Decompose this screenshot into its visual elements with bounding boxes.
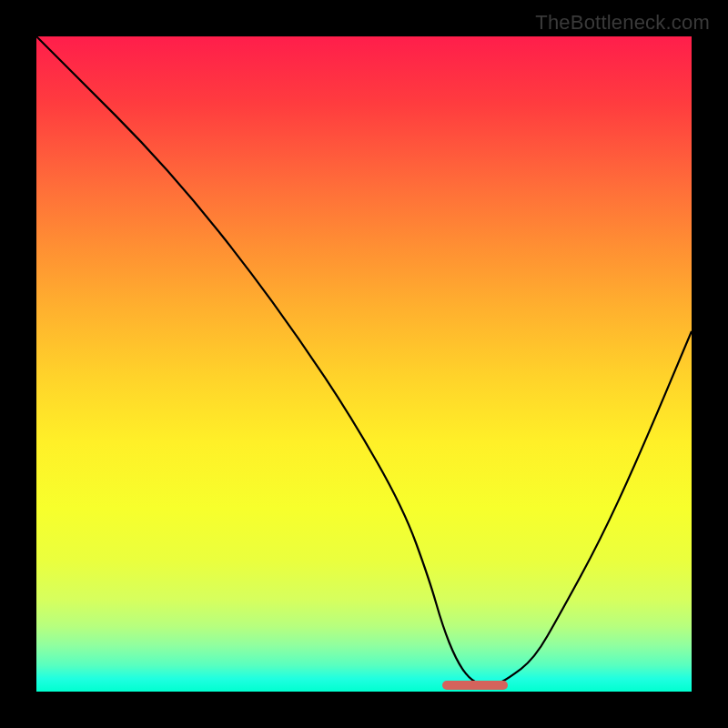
curve-line: [36, 36, 692, 685]
chart-frame: TheBottleneck.com: [0, 0, 728, 728]
minimum-highlight: [442, 681, 508, 690]
bottleneck-curve: [36, 36, 692, 692]
plot-area: [36, 36, 692, 692]
attribution-label: TheBottleneck.com: [535, 11, 710, 35]
